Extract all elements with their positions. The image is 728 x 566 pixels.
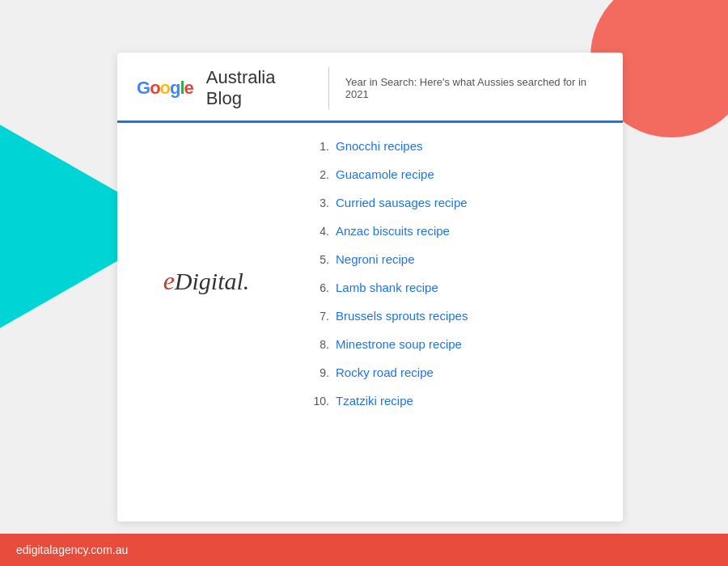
item-text-5: Negroni recipe — [336, 252, 415, 266]
item-text-7: Brussels sprouts recipes — [336, 309, 468, 323]
google-logo: Google — [137, 78, 193, 99]
edigital-e: e — [163, 266, 175, 295]
item-text-9: Rocky road recipe — [336, 365, 434, 379]
item-text-3: Curried sausages recipe — [336, 196, 468, 209]
left-panel: eDigital. — [117, 139, 295, 422]
google-logo-g2: g — [170, 78, 180, 99]
item-text-1: Gnocchi recipes — [336, 139, 423, 153]
list-item: 5. Negroni recipe — [303, 252, 599, 266]
list-item: 7. Brussels sprouts recipes — [303, 309, 599, 323]
item-number-10: 10. — [303, 395, 329, 408]
card-body: eDigital. 1. Gnocchi recipes 2. Guacamol… — [117, 123, 623, 438]
item-text-4: Anzac biscuits recipe — [336, 224, 450, 238]
edigital-logo: eDigital. — [163, 266, 250, 296]
main-card: Google Australia Blog Year in Search: He… — [117, 53, 623, 522]
item-number-7: 7. — [303, 310, 329, 323]
item-text-6: Lamb shank recipe — [336, 281, 438, 294]
google-logo-o2: o — [160, 78, 170, 99]
item-number-8: 8. — [303, 338, 329, 351]
list-item: 1. Gnocchi recipes — [303, 139, 599, 153]
item-number-1: 1. — [303, 140, 329, 153]
item-number-9: 9. — [303, 366, 329, 379]
google-logo-g: G — [137, 78, 150, 99]
list-item: 8. Minestrone soup recipe — [303, 337, 599, 351]
list-item: 2. Guacamole recipe — [303, 167, 599, 181]
list-item: 9. Rocky road recipe — [303, 365, 599, 379]
item-number-6: 6. — [303, 281, 329, 294]
header-subtitle: Year in Search: Here's what Aussies sear… — [345, 76, 603, 100]
item-number-5: 5. — [303, 253, 329, 266]
google-logo-e: e — [184, 78, 193, 99]
page-title: Australia Blog — [206, 67, 329, 109]
footer-url: edigitalagency.com.au — [16, 543, 128, 556]
list-item: 4. Anzac biscuits recipe — [303, 224, 599, 238]
search-list: 1. Gnocchi recipes 2. Guacamole recipe 3… — [295, 139, 623, 422]
item-text-10: Tzatziki recipe — [336, 394, 413, 408]
item-text-2: Guacamole recipe — [336, 167, 434, 181]
item-number-3: 3. — [303, 196, 329, 209]
edigital-digital: Digital. — [175, 268, 250, 294]
card-header: Google Australia Blog Year in Search: He… — [117, 53, 623, 123]
item-text-8: Minestrone soup recipe — [336, 337, 462, 351]
item-number-4: 4. — [303, 225, 329, 238]
footer-bar: edigitalagency.com.au — [0, 534, 728, 566]
list-item: 10. Tzatziki recipe — [303, 394, 599, 408]
list-item: 6. Lamb shank recipe — [303, 281, 599, 294]
item-number-2: 2. — [303, 168, 329, 181]
google-logo-o1: o — [150, 78, 159, 99]
list-item: 3. Curried sausages recipe — [303, 196, 599, 209]
